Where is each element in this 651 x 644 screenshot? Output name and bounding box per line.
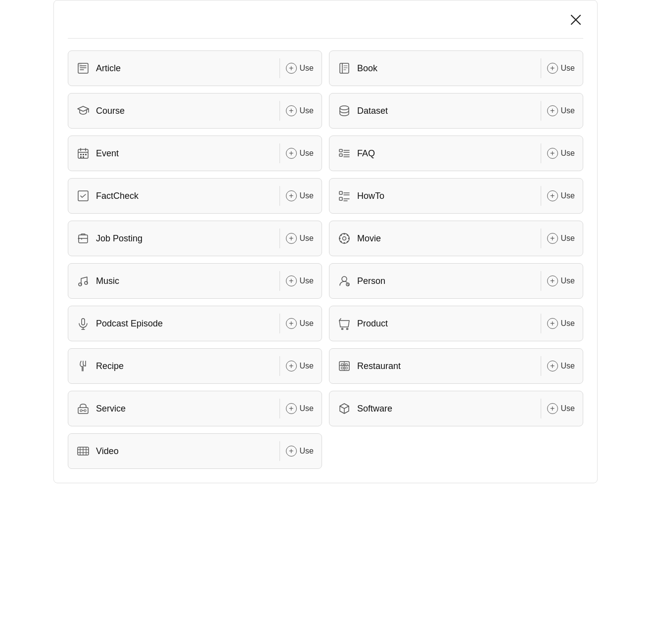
close-icon	[570, 14, 581, 25]
card-divider-book	[541, 58, 541, 78]
card-right-faq: + Use	[535, 143, 575, 163]
schema-card-music[interactable]: Music + Use	[68, 263, 322, 299]
card-right-restaurant: + Use	[535, 356, 575, 376]
card-left-book: Book	[337, 62, 377, 75]
schema-card-person[interactable]: Person + Use	[329, 263, 583, 299]
card-right-music: + Use	[274, 271, 314, 291]
use-button-factcheck[interactable]: + Use	[286, 190, 314, 201]
schema-card-movie[interactable]: Movie + Use	[329, 221, 583, 256]
card-right-movie: + Use	[535, 229, 575, 248]
card-divider-music	[279, 271, 280, 291]
schema-card-software[interactable]: Software + Use	[329, 391, 583, 426]
card-left-podcastepisode: Podcast Episode	[76, 317, 163, 330]
use-icon-movie: +	[547, 233, 558, 244]
card-left-faq: FAQ	[337, 147, 375, 160]
card-right-jobposting: + Use	[274, 229, 314, 248]
schema-card-event[interactable]: Event + Use	[68, 136, 322, 171]
use-button-book[interactable]: + Use	[547, 63, 575, 74]
card-right-person: + Use	[535, 271, 575, 291]
schema-card-product[interactable]: Product + Use	[329, 306, 583, 341]
use-icon-podcastepisode: +	[286, 318, 297, 329]
use-button-service[interactable]: + Use	[286, 403, 314, 414]
schema-card-recipe[interactable]: Recipe + Use	[68, 348, 322, 384]
card-right-service: + Use	[274, 399, 314, 418]
schema-card-article[interactable]: Article + Use	[68, 50, 322, 86]
card-divider-factcheck	[279, 186, 280, 206]
use-label-video: Use	[300, 447, 314, 456]
card-divider-course	[279, 101, 280, 121]
schema-card-podcastepisode[interactable]: Podcast Episode + Use	[68, 306, 322, 341]
software-icon	[337, 402, 351, 415]
use-button-article[interactable]: + Use	[286, 63, 314, 74]
card-divider-recipe	[279, 356, 280, 376]
svg-rect-29	[339, 197, 342, 200]
use-button-recipe[interactable]: + Use	[286, 361, 314, 371]
card-left-person: Person	[337, 275, 385, 287]
use-button-podcastepisode[interactable]: + Use	[286, 318, 314, 329]
use-label-article: Use	[300, 64, 314, 73]
use-button-movie[interactable]: + Use	[547, 233, 575, 244]
close-button[interactable]	[568, 12, 583, 29]
use-icon-course: +	[286, 105, 297, 116]
use-button-restaurant[interactable]: + Use	[547, 361, 575, 371]
card-right-article: + Use	[274, 58, 314, 78]
schema-card-factcheck[interactable]: FactCheck + Use	[68, 178, 322, 214]
dataset-icon	[337, 104, 351, 117]
card-divider-service	[279, 399, 280, 418]
svg-point-41	[340, 234, 342, 236]
card-left-article: Article	[76, 62, 121, 75]
use-button-person[interactable]: + Use	[547, 276, 575, 286]
use-icon-howto: +	[547, 190, 558, 201]
schema-card-restaurant[interactable]: Restaurant + Use	[329, 348, 583, 384]
svg-point-38	[344, 242, 345, 244]
card-divider-software	[541, 399, 541, 418]
svg-point-40	[348, 238, 350, 239]
card-left-jobposting: Job Posting	[76, 232, 142, 245]
schema-card-dataset[interactable]: Dataset + Use	[329, 93, 583, 129]
card-label-jobposting: Job Posting	[96, 233, 142, 244]
card-label-video: Video	[96, 446, 119, 457]
card-label-article: Article	[96, 63, 121, 74]
modal-header	[68, 12, 583, 39]
use-button-product[interactable]: + Use	[547, 318, 575, 329]
card-right-podcastepisode: + Use	[274, 314, 314, 333]
use-icon-video: +	[286, 446, 297, 457]
card-right-product: + Use	[535, 314, 575, 333]
schema-card-course[interactable]: Course + Use	[68, 93, 322, 129]
restaurant-icon	[337, 360, 351, 372]
card-divider-howto	[541, 186, 541, 206]
schema-card-book[interactable]: Book + Use	[329, 50, 583, 86]
schema-card-jobposting[interactable]: Job Posting + Use	[68, 221, 322, 256]
svg-rect-20	[83, 156, 84, 158]
use-button-video[interactable]: + Use	[286, 446, 314, 457]
use-button-software[interactable]: + Use	[547, 403, 575, 414]
schema-card-faq[interactable]: FAQ + Use	[329, 136, 583, 171]
card-left-video: Video	[76, 445, 119, 458]
use-icon-software: +	[547, 403, 558, 414]
schema-card-video[interactable]: Video + Use	[68, 433, 322, 469]
svg-point-64	[80, 410, 82, 412]
schema-card-howto[interactable]: HowTo + Use	[329, 178, 583, 214]
svg-rect-27	[78, 191, 88, 201]
card-left-product: Product	[337, 317, 388, 330]
use-button-music[interactable]: + Use	[286, 276, 314, 286]
use-button-howto[interactable]: + Use	[547, 190, 575, 201]
use-icon-factcheck: +	[286, 190, 297, 201]
svg-point-11	[340, 106, 349, 110]
card-left-movie: Movie	[337, 232, 381, 245]
schema-card-service[interactable]: Service + Use	[68, 391, 322, 426]
use-label-podcastepisode: Use	[300, 319, 314, 328]
svg-point-52	[342, 328, 343, 330]
use-button-event[interactable]: + Use	[286, 148, 314, 159]
use-icon-jobposting: +	[286, 233, 297, 244]
use-button-faq[interactable]: + Use	[547, 148, 575, 159]
card-divider-event	[279, 143, 280, 163]
use-label-service: Use	[300, 404, 314, 413]
use-button-course[interactable]: + Use	[286, 105, 314, 116]
use-icon-dataset: +	[547, 105, 558, 116]
use-button-jobposting[interactable]: + Use	[286, 233, 314, 244]
svg-point-37	[344, 233, 345, 235]
card-right-event: + Use	[274, 143, 314, 163]
use-icon-faq: +	[547, 148, 558, 159]
use-button-dataset[interactable]: + Use	[547, 105, 575, 116]
